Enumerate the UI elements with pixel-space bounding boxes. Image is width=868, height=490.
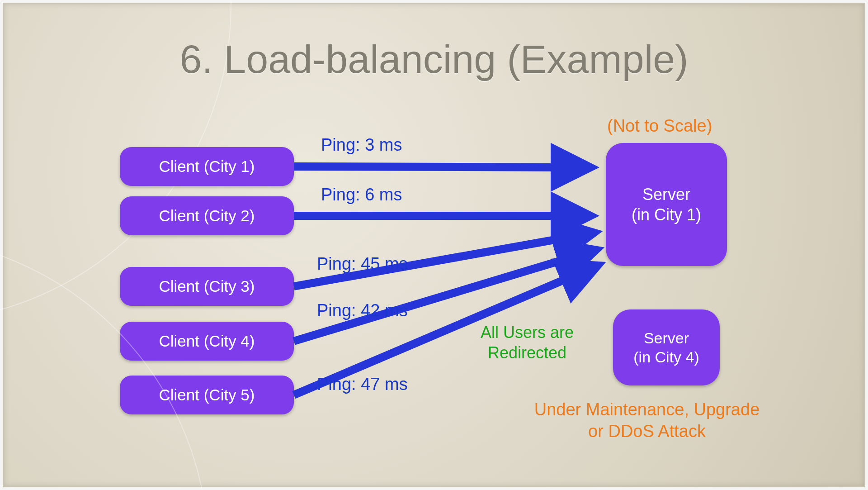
slide-title: 6. Load-balancing (Example) <box>4 36 864 82</box>
svg-line-0 <box>294 167 591 167</box>
client-label: Client (City 5) <box>159 385 255 405</box>
note-line: All Users are <box>481 323 574 342</box>
client-city-4: Client (City 4) <box>120 322 294 361</box>
client-city-2: Client (City 2) <box>120 196 294 235</box>
client-label: Client (City 4) <box>159 331 255 351</box>
server-label-line1: Server <box>644 328 689 348</box>
server-label-line2: (in City 1) <box>632 205 701 225</box>
note-line: Redirected <box>488 343 566 362</box>
client-label: Client (City 3) <box>159 276 255 296</box>
client-city-1: Client (City 1) <box>120 147 294 186</box>
ping-label-5: Ping: 47 ms <box>317 375 408 394</box>
server-label-line2: (in City 4) <box>633 347 699 367</box>
ping-label-1: Ping: 3 ms <box>321 135 402 155</box>
ping-label-2: Ping: 6 ms <box>321 185 402 205</box>
ping-label-3: Ping: 45 ms <box>317 254 408 274</box>
note-line: Under Maintenance, Upgrade <box>534 400 760 419</box>
client-label: Client (City 2) <box>159 206 255 226</box>
server-label-line1: Server <box>642 184 690 205</box>
client-city-5: Client (City 5) <box>120 376 294 414</box>
note-redirected: All Users are Redirected <box>464 322 590 363</box>
server-city-4: Server (in City 4) <box>613 309 720 385</box>
client-label: Client (City 1) <box>159 157 255 176</box>
ping-label-4: Ping: 42 ms <box>317 301 408 320</box>
server-city-1: Server (in City 1) <box>606 143 727 266</box>
slide-background: 6. Load-balancing (Example) Client (City… <box>3 3 865 487</box>
note-line: or DDoS Attack <box>588 422 706 441</box>
note-maintenance: Under Maintenance, Upgrade or DDoS Attac… <box>520 399 774 442</box>
client-city-3: Client (City 3) <box>120 267 294 306</box>
note-not-to-scale: (Not to Scale) <box>607 115 712 137</box>
